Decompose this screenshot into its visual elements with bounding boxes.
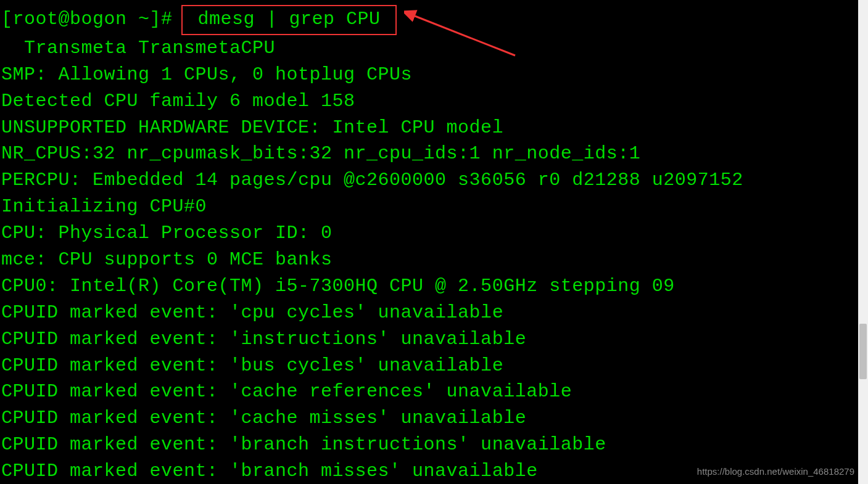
- output-line: mce: CPU supports 0 MCE banks: [1, 247, 858, 273]
- output-line: CPUID marked event: 'cpu cycles' unavail…: [1, 300, 858, 326]
- scrollbar-track[interactable]: [858, 0, 868, 484]
- output-line: SMP: Allowing 1 CPUs, 0 hotplug CPUs: [1, 62, 858, 88]
- terminal-output-area[interactable]: [root@bogon ~]# dmesg | grep CPU Transme…: [0, 0, 858, 484]
- output-line: UNSUPPORTED HARDWARE DEVICE: Intel CPU m…: [1, 115, 858, 141]
- output-line: CPUID marked event: 'branch instructions…: [1, 432, 858, 458]
- output-line: CPUID marked event: 'cache references' u…: [1, 379, 858, 405]
- command-highlight-box: dmesg | grep CPU: [181, 5, 397, 35]
- output-line: CPUID marked event: 'bus cycles' unavail…: [1, 353, 858, 379]
- output-line: NR_CPUS:32 nr_cpumask_bits:32 nr_cpu_ids…: [1, 141, 858, 167]
- output-line: Transmeta TransmetaCPU: [1, 35, 858, 62]
- output-line: CPU: Physical Processor ID: 0: [1, 220, 858, 247]
- output-line: Initializing CPU#0: [1, 194, 858, 220]
- shell-prompt: [root@bogon ~]#: [1, 9, 173, 30]
- command-text: dmesg | grep CPU: [186, 9, 392, 30]
- output-line: CPUID marked event: 'cache misses' unava…: [1, 405, 858, 432]
- watermark-text: https://blog.csdn.net/weixin_46818279: [697, 466, 854, 477]
- scrollbar-thumb[interactable]: [859, 324, 867, 379]
- output-line: PERCPU: Embedded 14 pages/cpu @c2600000 …: [1, 167, 858, 194]
- output-line: Detected CPU family 6 model 158: [1, 88, 858, 115]
- output-line: CPU0: Intel(R) Core(TM) i5-7300HQ CPU @ …: [1, 273, 858, 300]
- prompt-line: [root@bogon ~]# dmesg | grep CPU: [1, 5, 858, 35]
- output-line: CPUID marked event: 'instructions' unava…: [1, 326, 858, 353]
